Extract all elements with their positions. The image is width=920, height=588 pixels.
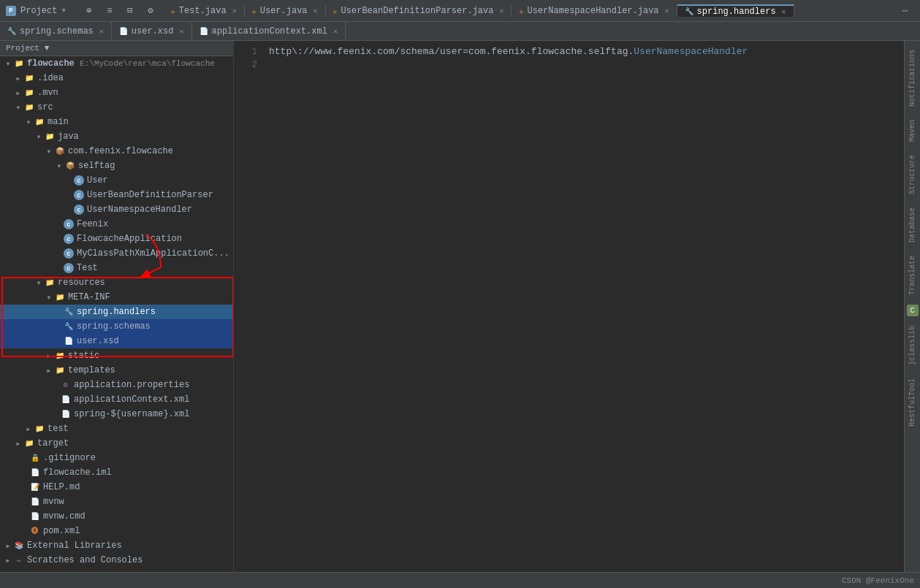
sec-tab-close3[interactable]: ✕ — [333, 27, 338, 36]
editor-area: 1 2 http\://www.feenix.com/schema/user=c… — [234, 41, 904, 572]
java-icon: ☕ — [519, 7, 523, 15]
tree-item-flowcacheapp[interactable]: C FlowcacheApplication — [0, 232, 233, 246]
tree-item-pom-xml[interactable]: 🅜 pom.xml — [0, 524, 233, 538]
tree-item-resources[interactable]: ▼ 📁 resources — [0, 275, 233, 290]
tab-bar: ☕ Test.java ✕ ☕ User.java ✕ ☕ UserBeanDe… — [164, 4, 914, 17]
tree-item-selftag[interactable]: ▼ 📦 selftag — [0, 159, 233, 173]
tree-item-static[interactable]: ▶ 📁 static — [0, 348, 233, 363]
right-panel-database[interactable]: Database — [907, 202, 918, 248]
appctx-icon: 📄 — [199, 27, 208, 36]
tree-item-external-libs[interactable]: ▶ 📚 External Libraries — [0, 538, 233, 553]
tree-item-myclasspath[interactable]: C MyClassPathXmlApplicationC... — [0, 246, 233, 261]
sidebar: Project ▼ ▼ 📁 flowcache E:\MyCode\rear\m… — [0, 41, 234, 572]
tree-item-java[interactable]: ▼ 📁 java — [0, 129, 233, 144]
tab-close[interactable]: ✕ — [499, 7, 503, 15]
handlers-icon: 🔧 — [685, 7, 693, 16]
settings-btn[interactable]: ⚙ — [143, 4, 158, 18]
dropdown-icon[interactable]: ▼ — [61, 7, 65, 15]
secondary-tab-bar: 🔧 spring.schemas ✕ 📄 user.xsd ✕ 📄 applic… — [0, 22, 920, 41]
watermark: CSDN @FeenixOne — [842, 576, 914, 585]
tree-item-scratches[interactable]: ▶ ✏ Scratches and Consoles — [0, 553, 233, 568]
sidebar-tree: ▼ 📁 flowcache E:\MyCode\rear\mca\flowcac… — [0, 56, 233, 572]
tree-item-feenix[interactable]: C Feenix — [0, 217, 233, 232]
tab-close[interactable]: ✕ — [313, 7, 318, 15]
right-panel-maven[interactable]: Maven — [907, 114, 918, 148]
xsd-icon: 📄 — [119, 27, 128, 36]
tree-item-idea[interactable]: ▶ 📁 .idea — [0, 71, 233, 85]
tree-item-iml[interactable]: 📄 flowcache.iml — [0, 465, 233, 480]
tree-item-gitignore[interactable]: 🔒 .gitignore — [0, 451, 233, 465]
tree-item-spring-handlers[interactable]: 🔧 spring.handlers — [0, 305, 233, 319]
sec-tab-close[interactable]: ✕ — [99, 27, 104, 36]
bottom-bar: CSDN @FeenixOne — [0, 572, 920, 588]
tab-more-btn[interactable]: ⋯ — [897, 4, 914, 17]
tree-item-spring-schemas[interactable]: 🔧 spring.schemas — [0, 319, 233, 334]
tree-item-templates[interactable]: ▶ 📁 templates — [0, 363, 233, 378]
right-panel-notifications[interactable]: Notifications — [907, 44, 918, 112]
tree-item-usernamespacehandler[interactable]: C UserNamespaceHandler — [0, 202, 233, 217]
editor-content: 1 2 http\://www.feenix.com/schema/user=c… — [234, 41, 904, 572]
tree-item-test-folder[interactable]: ▶ 📁 test — [0, 421, 233, 436]
right-panel-structure[interactable]: Structure — [907, 149, 918, 200]
tree-item-src[interactable]: ▼ 📁 src — [0, 100, 233, 115]
tree-item-com-feenix[interactable]: ▼ 📦 com.feenix.flowcache — [0, 144, 233, 159]
java-icon: ☕ — [333, 7, 338, 15]
java-icon: ☕ — [171, 7, 175, 15]
layout-btn[interactable]: ≡ — [102, 4, 117, 18]
tab-test-java[interactable]: ☕ Test.java ✕ — [164, 4, 245, 17]
codota-icon[interactable]: C — [907, 305, 919, 316]
project-header-label: Project ▼ — [6, 44, 49, 53]
sidebar-header: Project ▼ — [0, 41, 233, 56]
tab-close-active[interactable]: ✕ — [782, 7, 786, 16]
tab-usernamespace-java[interactable]: ☕ UserNamespaceHandler.java ✕ — [512, 4, 677, 17]
title-bar: P Project ▼ ⊕ ≡ ⊟ ⚙ ☕ Test.java ✕ ☕ User… — [0, 0, 920, 22]
tree-item-mvnw-cmd[interactable]: 📄 mvnw.cmd — [0, 509, 233, 524]
tab-close[interactable]: ✕ — [232, 7, 237, 15]
java-icon: ☕ — [252, 7, 256, 15]
sec-tab-user-xsd[interactable]: 📄 user.xsd ✕ — [112, 22, 192, 40]
tab-close[interactable]: ✕ — [665, 7, 669, 15]
tab-spring-handlers[interactable]: 🔧 spring.handlers ✕ — [677, 4, 794, 17]
tree-item-userbeanparser[interactable]: C UserBeanDefinitionParser — [0, 188, 233, 202]
tab-userbeanparser-java[interactable]: ☕ UserBeanDefinitionParser.java ✕ — [326, 4, 512, 17]
right-panel-translate[interactable]: Translate — [907, 250, 918, 301]
tree-item-help-md[interactable]: 📝 HELP.md — [0, 480, 233, 495]
project-icon: P — [6, 6, 16, 16]
project-label: Project — [20, 6, 57, 16]
tree-item-user-xsd[interactable]: 📄 user.xsd — [0, 334, 233, 348]
tree-item-app-properties[interactable]: ⚙ application.properties — [0, 378, 233, 392]
tree-item-test-class[interactable]: C Test — [0, 261, 233, 275]
tree-item-user[interactable]: C User — [0, 173, 233, 188]
tree-item-main[interactable]: ▼ 📁 main — [0, 115, 233, 129]
tree-item-spring-username-xml[interactable]: 📄 spring-${username}.xml — [0, 407, 233, 421]
right-panel: Notifications Maven Structure Database T… — [904, 41, 920, 572]
xml-icon: 🔧 — [7, 27, 16, 36]
tree-item-mvnw[interactable]: 📄 mvnw — [0, 495, 233, 509]
tree-item-flowcache[interactable]: ▼ 📁 flowcache E:\MyCode\rear\mca\flowcac… — [0, 56, 233, 71]
main-content: Project ▼ ▼ 📁 flowcache E:\MyCode\rear\m… — [0, 41, 920, 572]
add-tab-btn[interactable]: ⊕ — [82, 4, 96, 18]
sec-tab-spring-schemas[interactable]: 🔧 spring.schemas ✕ — [0, 22, 112, 40]
tree-item-target[interactable]: ▶ 📁 target — [0, 436, 233, 451]
tab-user-java[interactable]: ☕ User.java ✕ — [245, 4, 326, 17]
sec-tab-close2[interactable]: ✕ — [179, 27, 183, 36]
right-panel-jclasslib[interactable]: jclasslib — [907, 320, 918, 371]
editor-code[interactable]: http\://www.feenix.com/schema/user=com.f… — [263, 41, 904, 572]
tree-item-appctx-xml[interactable]: 📄 applicationContext.xml — [0, 392, 233, 407]
split-btn[interactable]: ⊟ — [123, 4, 137, 18]
right-panel-restfultool[interactable]: RestfulTool — [907, 373, 918, 432]
tree-item-mvn[interactable]: ▶ 📁 .mvn — [0, 85, 233, 100]
tree-item-meta-inf[interactable]: ▼ 📁 META-INF — [0, 290, 233, 305]
line-numbers: 1 2 — [234, 41, 263, 572]
sec-tab-appcontext[interactable]: 📄 applicationContext.xml ✕ — [192, 22, 346, 40]
